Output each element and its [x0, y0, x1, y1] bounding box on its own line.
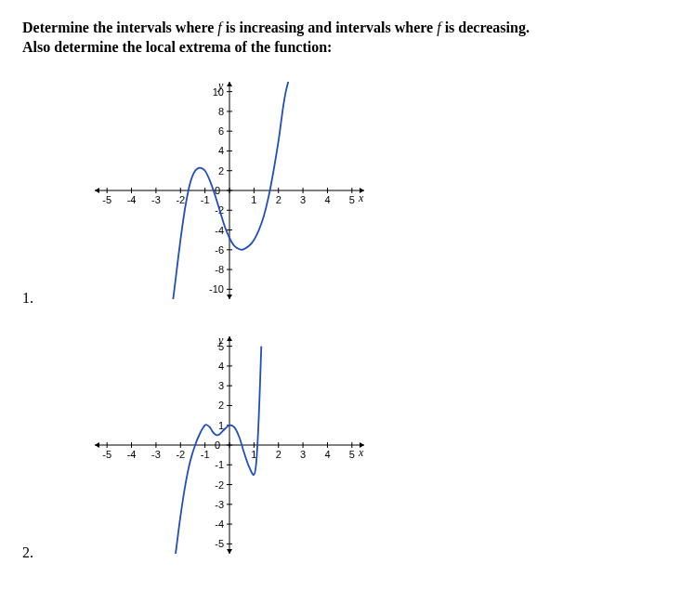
- y-tick-label: -4: [215, 224, 224, 235]
- arrow-left-icon: [95, 442, 99, 448]
- y-tick-label: -10: [209, 283, 224, 295]
- x-tick-label: -5: [102, 194, 111, 205]
- y-tick-label: -8: [215, 264, 224, 275]
- y-tick-label: -3: [215, 498, 224, 509]
- arrow-up-icon: [227, 336, 232, 341]
- y-tick-label: -1: [215, 459, 224, 470]
- item-2: 2. xy-5-4-3-2-112345-5-4-3-2-1012345: [22, 321, 672, 572]
- function-graph-2: xy-5-4-3-2-112345-5-4-3-2-1012345: [67, 321, 383, 572]
- x-tick-label: 2: [276, 194, 282, 205]
- y-tick-label: 8: [218, 106, 224, 117]
- x-tick-label: -1: [201, 194, 210, 205]
- arrow-down-icon: [227, 295, 232, 299]
- x-tick-label: 3: [300, 449, 306, 460]
- x-tick-label: -1: [201, 449, 210, 460]
- problem-prompt: Determine the intervals where f is incre…: [22, 19, 672, 58]
- prompt-text: Also determine the local extrema of the …: [22, 39, 332, 55]
- y-tick-label: -2: [215, 478, 224, 490]
- x-axis-label: x: [358, 191, 364, 204]
- y-tick-label: 0: [215, 439, 220, 451]
- prompt-text: is decreasing.: [441, 20, 530, 35]
- x-tick-label: 2: [276, 449, 282, 460]
- x-tick-label: -5: [102, 449, 111, 460]
- y-tick-label: 5: [218, 340, 224, 351]
- x-tick-label: -4: [127, 449, 137, 460]
- x-tick-label: -2: [176, 194, 185, 205]
- y-tick-label: 6: [218, 125, 224, 137]
- arrow-down-icon: [227, 549, 232, 554]
- y-tick-label: 4: [218, 145, 224, 156]
- x-axis-label: x: [358, 446, 364, 459]
- x-tick-label: 4: [324, 449, 330, 460]
- x-tick-label: 3: [300, 194, 306, 205]
- arrow-up-icon: [227, 82, 232, 86]
- item-number: 1.: [22, 290, 67, 318]
- function-graph-1: xy-5-4-3-2-112345-10-8-6-4-20246810: [67, 67, 383, 318]
- x-tick-label: -3: [151, 449, 161, 460]
- y-tick-label: 1: [218, 419, 224, 430]
- x-tick-label: 4: [324, 194, 330, 205]
- x-tick-label: 5: [349, 194, 355, 205]
- y-tick-label: 3: [218, 380, 224, 391]
- y-tick-label: 2: [218, 164, 224, 176]
- item-1: 1. xy-5-4-3-2-112345-10-8-6-4-20246810: [22, 67, 672, 318]
- x-tick-label: -3: [151, 194, 161, 205]
- y-tick-label: -4: [215, 518, 224, 530]
- x-tick-label: 1: [251, 194, 256, 205]
- prompt-text: Determine the intervals where: [22, 20, 217, 35]
- y-tick-label: 4: [218, 360, 224, 372]
- y-tick-label: 2: [218, 400, 224, 411]
- prompt-text: is increasing and intervals where: [222, 20, 437, 35]
- x-tick-label: 5: [349, 449, 355, 460]
- y-tick-label: -6: [215, 243, 224, 255]
- y-tick-label: -5: [215, 538, 224, 549]
- x-tick-label: -2: [176, 449, 185, 460]
- y-tick-label: 10: [213, 85, 224, 97]
- item-number: 2.: [22, 544, 67, 572]
- x-tick-label: -4: [127, 194, 137, 205]
- arrow-left-icon: [95, 188, 99, 193]
